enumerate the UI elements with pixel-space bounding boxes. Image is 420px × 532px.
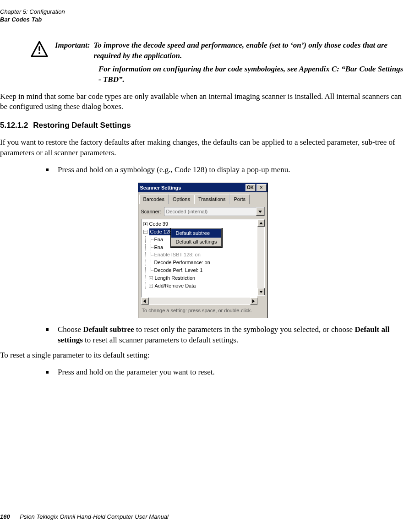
bullet-2-text: Choose Default subtree to reset only the… — [58, 325, 406, 346]
ok-button[interactable]: OK — [245, 184, 256, 191]
tree-node-code128-label: Code 128 — [149, 228, 173, 235]
important-para1: To improve the decode speed and performa… — [94, 40, 406, 61]
scanner-combo[interactable]: Decoded (internal) — [164, 207, 265, 216]
section-heading-number: 5.12.1.2 — [0, 120, 28, 131]
hint-text: To change a setting: press space, or dou… — [141, 305, 265, 316]
footer: 160 Psion Teklogix Omnii Hand-Held Compu… — [0, 513, 169, 521]
tab-options[interactable]: Options — [169, 195, 194, 204]
scrollbar-corner — [257, 298, 265, 305]
bullet-1-text: Press and hold on a symbology (e.g., Cod… — [58, 165, 406, 175]
symbology-tree[interactable]: Code 39 Code 128 Default subtree Default… — [141, 219, 257, 298]
bold-default-subtree: Default subtree — [83, 325, 134, 334]
bullet-icon — [46, 168, 49, 171]
tree-node-decode-perf[interactable]: Decode Performance: on — [142, 259, 257, 266]
running-head-chapter: Chapter 5: Configuration — [0, 8, 406, 16]
expand-icon[interactable] — [149, 284, 153, 288]
footer-title: Psion Teklogix Omnii Hand-Held Computer … — [20, 513, 169, 520]
section-heading: 5.12.1.2 Restoring Default Settings — [0, 120, 406, 131]
tree-node-decode-level[interactable]: Decode Perf. Level: 1 — [142, 266, 257, 274]
tree-node-add-remove-data[interactable]: Add/Remove Data — [142, 282, 257, 290]
tab-ports[interactable]: Ports — [229, 195, 250, 204]
scroll-up-icon[interactable] — [257, 219, 265, 227]
scroll-down-icon[interactable] — [257, 288, 265, 295]
menu-default-all-settings[interactable]: Default all settings — [171, 238, 222, 246]
important-label: Important: — [55, 40, 90, 51]
running-head-section: Bar Codes Tab — [0, 16, 406, 24]
bullet-3-text: Press and hold on the parameter you want… — [58, 367, 406, 378]
bullet-2: Choose Default subtree to reset only the… — [46, 325, 406, 346]
expand-icon[interactable] — [149, 276, 153, 280]
para-reset-single: To reset a single parameter to its defau… — [0, 350, 406, 361]
figure-scanner-settings: Scanner Settings OK × Barcodes Options T… — [138, 183, 269, 318]
tree-node-enable-isbt[interactable]: Enable ISBT 128: on — [142, 251, 257, 259]
dropdown-arrow-icon[interactable] — [256, 207, 264, 216]
warning-icon — [30, 40, 49, 59]
bullet-3: Press and hold on the parameter you want… — [46, 367, 406, 378]
horizontal-scrollbar[interactable] — [141, 298, 265, 305]
tree-node-length-restriction[interactable]: Length Restriction — [142, 274, 257, 282]
dialog-title: Scanner Settings — [140, 185, 245, 191]
section-intro: If you want to restore the factory defau… — [0, 137, 406, 158]
bullet-icon — [46, 328, 49, 331]
collapse-icon[interactable] — [143, 230, 147, 234]
running-head: Chapter 5: Configuration Bar Codes Tab — [0, 8, 406, 24]
dialog-window: Scanner Settings OK × Barcodes Options T… — [138, 183, 268, 318]
svg-point-0 — [38, 52, 40, 54]
important-para2: For information on configuring the bar c… — [98, 64, 406, 85]
expand-icon[interactable] — [143, 222, 147, 226]
bullet-1: Press and hold on a symbology (e.g., Cod… — [46, 165, 406, 175]
section-heading-title: Restoring Default Settings — [33, 121, 131, 130]
scroll-left-icon[interactable] — [141, 298, 148, 305]
svg-rect-1 — [38, 46, 40, 51]
scanner-label: Scanner: — [141, 208, 161, 215]
context-menu[interactable]: Default subtree Default all settings — [171, 228, 223, 247]
scroll-right-icon[interactable] — [250, 298, 257, 305]
menu-default-subtree[interactable]: Default subtree — [171, 229, 222, 238]
bullet-icon — [46, 371, 49, 374]
important-callout: Important: To improve the decode speed a… — [30, 40, 406, 85]
scanner-row: Scanner: Decoded (internal) — [141, 207, 265, 216]
tab-barcodes[interactable]: Barcodes — [139, 195, 169, 204]
dialog-titlebar[interactable]: Scanner Settings OK × — [138, 183, 267, 192]
scanner-combo-value: Decoded (internal) — [164, 208, 256, 215]
page-number: 160 — [0, 513, 10, 520]
scrollbar-track[interactable] — [257, 227, 264, 288]
tree-node-code39[interactable]: Code 39 — [142, 220, 257, 228]
vertical-scrollbar[interactable] — [257, 219, 265, 296]
hscrollbar-track[interactable] — [148, 298, 250, 305]
tab-translations[interactable]: Translations — [194, 195, 230, 204]
tabstrip: Barcodes Options Translations Ports — [138, 192, 267, 204]
body-para-1: Keep in mind that some bar code types ar… — [0, 92, 406, 113]
close-button[interactable]: × — [256, 184, 267, 191]
